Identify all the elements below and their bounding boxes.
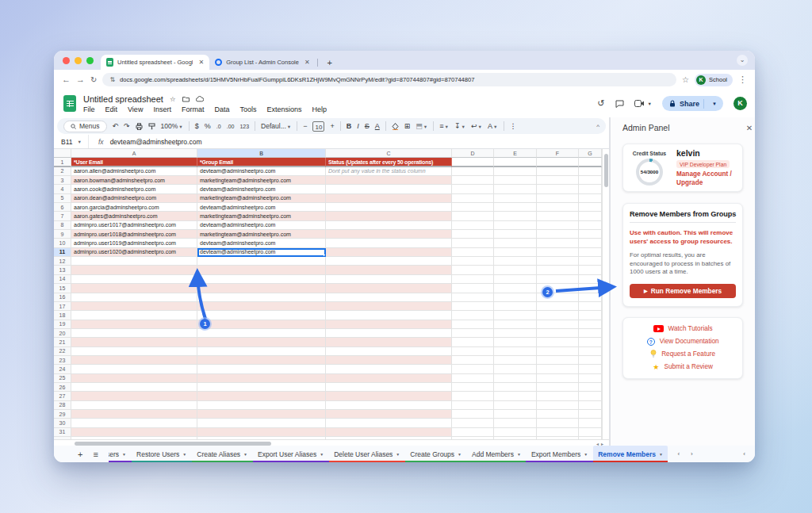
sheet-header-cell[interactable]: Status (Updates after every 50 operation… [326, 158, 452, 167]
column-header-B[interactable]: B [197, 149, 326, 158]
cell[interactable] [452, 257, 494, 266]
cell[interactable] [537, 167, 579, 176]
cell[interactable] [326, 338, 452, 346]
fill-handle[interactable] [324, 255, 327, 258]
cell[interactable] [537, 302, 579, 311]
cell[interactable] [71, 374, 197, 383]
close-window-button[interactable] [63, 57, 70, 64]
cell[interactable] [452, 365, 494, 373]
text-wrap-icon[interactable]: ↩▼ [471, 122, 482, 130]
row-header-25[interactable]: 25 [54, 374, 71, 383]
cell[interactable] [452, 329, 494, 338]
column-header-C[interactable]: C [326, 149, 452, 158]
cell[interactable] [579, 167, 602, 176]
all-sheets-icon[interactable]: ≡ [93, 450, 98, 459]
cell[interactable] [326, 311, 452, 320]
account-avatar[interactable]: K [733, 97, 747, 110]
row-header-20[interactable]: 20 [54, 329, 71, 338]
cell[interactable] [494, 248, 537, 257]
document-title[interactable]: Untitled spreadsheet [83, 94, 163, 104]
cell[interactable] [494, 392, 537, 400]
meet-camera-icon[interactable]: ▼ [634, 100, 652, 107]
column-header-D[interactable]: D [452, 149, 494, 158]
decrease-decimal-icon[interactable]: .0 [216, 124, 221, 129]
cell[interactable] [326, 383, 452, 392]
cell[interactable] [579, 158, 602, 167]
link-watch-tutorials[interactable]: Watch Tutorials [628, 325, 737, 333]
cell[interactable] [197, 266, 326, 274]
row-header-27[interactable]: 27 [54, 392, 71, 400]
cell[interactable] [494, 221, 537, 230]
row-header-28[interactable]: 28 [54, 401, 71, 410]
cell[interactable] [537, 311, 579, 320]
cell[interactable] [326, 347, 452, 356]
cell[interactable] [579, 203, 602, 212]
row-header-31[interactable]: 31 [54, 428, 71, 437]
paint-format-icon[interactable] [148, 123, 155, 130]
name-box[interactable]: B11▼ [54, 135, 89, 148]
cell[interactable] [579, 275, 602, 284]
cell[interactable] [452, 410, 494, 419]
cell[interactable] [197, 275, 326, 284]
menu-data[interactable]: Data [214, 105, 229, 113]
sheet-tab-menu-icon[interactable]: ▼ [122, 452, 126, 457]
cell[interactable] [494, 365, 537, 373]
cell[interactable] [71, 383, 197, 392]
cell[interactable] [71, 392, 197, 400]
menus-search-button[interactable]: Menus [63, 121, 107, 132]
cell[interactable] [579, 410, 602, 419]
cell[interactable] [579, 320, 602, 329]
cell[interactable] [537, 239, 579, 247]
cell[interactable] [537, 374, 579, 383]
more-toolbar-icon[interactable]: ⋮ [510, 122, 517, 130]
link-view-documentation[interactable]: ?View Documentation [628, 338, 737, 346]
collapse-toolbar-icon[interactable]: ^ [596, 123, 599, 130]
cell[interactable] [579, 176, 602, 185]
cell[interactable] [197, 329, 326, 338]
row-header-9[interactable]: 9 [54, 230, 71, 239]
site-settings-icon[interactable]: ⇅ [109, 76, 115, 83]
cell[interactable] [579, 221, 602, 230]
row-header-4[interactable]: 4 [54, 185, 71, 193]
sheet-tab-remove-members[interactable]: Remove Members▼ [593, 446, 668, 462]
font-select[interactable]: Defaul...▼ [261, 122, 291, 130]
cell[interactable] [537, 338, 579, 346]
cell[interactable] [197, 419, 326, 427]
cell[interactable] [452, 383, 494, 392]
cell[interactable] [326, 419, 452, 427]
row-header-8[interactable]: 8 [54, 221, 71, 230]
cell[interactable] [494, 374, 537, 383]
cell[interactable] [579, 248, 602, 257]
more-formats-icon[interactable]: 123 [239, 124, 249, 129]
cell[interactable] [71, 257, 197, 266]
cell[interactable] [452, 311, 494, 320]
bold-icon[interactable]: B [347, 122, 352, 130]
cell[interactable]: aaron.cook@adminsheetpro.com [71, 185, 197, 193]
cell[interactable] [537, 248, 579, 257]
row-header-15[interactable]: 15 [54, 284, 71, 293]
vertical-scrollbar[interactable] [602, 149, 609, 439]
manage-account-link[interactable]: Manage Account / Upgrade [676, 170, 735, 187]
menu-help[interactable]: Help [312, 105, 327, 113]
cell[interactable] [579, 230, 602, 239]
cell[interactable] [579, 293, 602, 302]
back-icon[interactable]: ← [62, 75, 71, 84]
link-request-a-feature[interactable]: Request a Feature [628, 350, 737, 358]
tab-search-chevron-icon[interactable]: ⌄ [737, 55, 748, 66]
row-header-26[interactable]: 26 [54, 383, 71, 392]
cell[interactable] [71, 329, 197, 338]
italic-icon[interactable]: I [357, 122, 359, 130]
cell[interactable] [326, 203, 452, 212]
cell[interactable] [452, 347, 494, 356]
borders-icon[interactable]: ⊞ [404, 122, 411, 130]
cell[interactable] [197, 383, 326, 392]
row-header-18[interactable]: 18 [54, 311, 71, 320]
cell[interactable]: marketingteam@adminsheetpro.com [197, 212, 326, 220]
cell[interactable] [537, 266, 579, 274]
sheet-tab-add-members[interactable]: Add Members▼ [467, 446, 527, 462]
cell[interactable] [452, 356, 494, 365]
cell[interactable] [452, 419, 494, 427]
horizontal-scroll-thumb[interactable] [75, 442, 271, 446]
row-header-7[interactable]: 7 [54, 212, 71, 220]
cell[interactable] [494, 203, 537, 212]
